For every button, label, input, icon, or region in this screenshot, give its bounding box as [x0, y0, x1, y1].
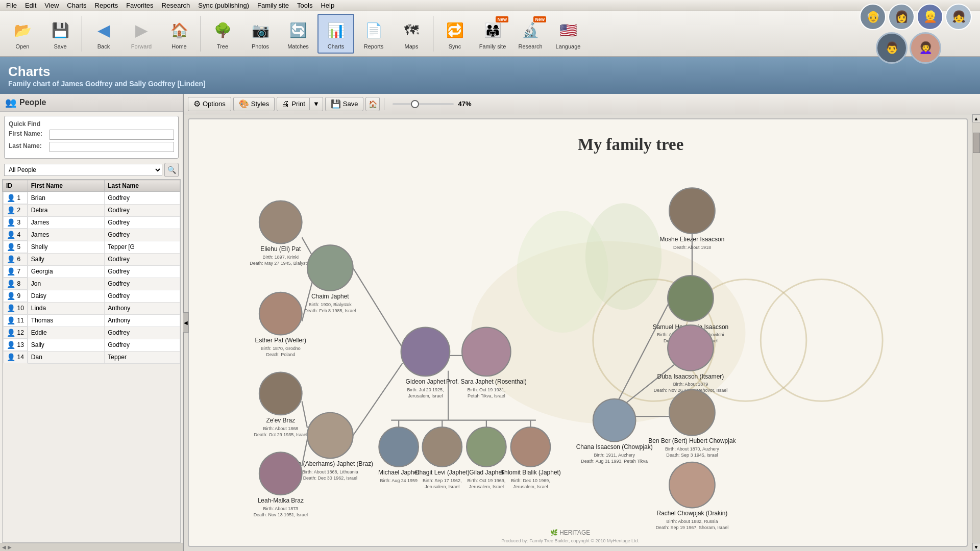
- col-header-id[interactable]: ID: [3, 180, 28, 192]
- cell-firstname: Thomas: [28, 314, 104, 327]
- toolbar-sync-button[interactable]: 🔁 Sync: [436, 14, 473, 54]
- svg-text:Chana Isaacson (Chowpjak): Chana Isaacson (Chowpjak): [576, 443, 653, 450]
- person-row-icon: 👤: [7, 267, 15, 276]
- menu-tools[interactable]: Tools: [293, 1, 316, 10]
- person-michael[interactable]: Michael Japhet Birth: Aug 24 1959: [378, 427, 420, 483]
- toolbar-familysite-button[interactable]: New 👨‍👩‍👧 Family site: [474, 14, 511, 54]
- person-eliehu[interactable]: Eliehu (Eli) Pat Birth: 1897, Krinki Dea…: [250, 201, 312, 266]
- svg-point-45: [467, 427, 506, 467]
- filter-row: All People Living People Deceased People…: [4, 163, 179, 177]
- chart-save-button[interactable]: 💾 Save: [325, 97, 364, 111]
- cell-firstname: Dan: [28, 351, 104, 363]
- cell-id: 👤11: [3, 314, 28, 327]
- cell-firstname: Daisy: [28, 290, 104, 302]
- toolbar-charts-button[interactable]: 📊 Charts: [317, 14, 354, 54]
- toolbar-research-button[interactable]: New 🔬 Research: [512, 14, 549, 54]
- table-row[interactable]: 👤2 Debra Godfrey: [3, 204, 180, 216]
- person-esther[interactable]: Esther Pat (Weller) Birth: 1870, Grodno …: [255, 292, 306, 357]
- table-row[interactable]: 👤6 Sally Godfrey: [3, 253, 180, 265]
- menu-charts[interactable]: Charts: [63, 1, 90, 10]
- person-rachel[interactable]: Rachel Chowpjak (Drakin) Birth: About 18…: [656, 462, 729, 530]
- print-dropdown-button[interactable]: ▼: [310, 98, 323, 109]
- menu-favorites[interactable]: Favorites: [122, 1, 157, 10]
- zoom-thumb[interactable]: [411, 100, 419, 108]
- table-row[interactable]: 👤12 Eddie Godfrey: [3, 327, 180, 339]
- table-row[interactable]: 👤8 Jon Godfrey: [3, 278, 180, 290]
- toolbar-home-button[interactable]: 🏠 Home: [161, 14, 198, 54]
- person-gilad[interactable]: Gilad Japhet Birth: Oct 19 1969, Jerusal…: [467, 427, 506, 489]
- menu-help[interactable]: Help: [316, 1, 338, 10]
- toolbar-open-button[interactable]: 📂 Open: [4, 14, 41, 54]
- person-shlomit[interactable]: Shlomit Bialik (Japhet) Birth: Dec 10 19…: [500, 427, 561, 489]
- avatar-person-1[interactable]: 👴: [860, 4, 886, 30]
- table-row[interactable]: 👤10 Linda Anthony: [3, 302, 180, 314]
- table-row[interactable]: 👤11 Thomas Anthony: [3, 314, 180, 327]
- avatar-person-3[interactable]: 👱: [917, 4, 943, 30]
- person-chaim[interactable]: Chaim Japhet Birth: 1900, Bialystok Deat…: [304, 245, 356, 313]
- people-header-label: People: [19, 98, 46, 107]
- svg-text:Michael Japhet: Michael Japhet: [378, 469, 420, 476]
- people-filter-dropdown[interactable]: All People Living People Deceased People: [4, 164, 162, 176]
- search-button[interactable]: 🔍: [164, 163, 179, 177]
- avatar-person-4[interactable]: 👧: [945, 4, 972, 30]
- svg-text:Birth: Aug 24 1959: Birth: Aug 24 1959: [380, 478, 418, 483]
- table-row[interactable]: 👤3 James Godfrey: [3, 216, 180, 229]
- toolbar-familysite-label: Family site: [479, 43, 506, 49]
- table-row[interactable]: 👤5 Shelly Tepper [G: [3, 241, 180, 253]
- col-header-firstname[interactable]: First Name: [28, 180, 104, 192]
- toolbar-save-button[interactable]: 💾 Save: [42, 14, 79, 54]
- connector-n5-center: [353, 363, 403, 436]
- cell-firstname: Jon: [28, 278, 104, 290]
- toolbar-back-button[interactable]: ◀ Back: [85, 14, 122, 54]
- toolbar-reports-button[interactable]: 📄 Reports: [355, 14, 392, 54]
- scrollbar-up-button[interactable]: ▲: [972, 114, 981, 122]
- toolbar-tree-button[interactable]: 🌳 Tree: [204, 14, 241, 54]
- table-hscroll[interactable]: ◀ ▶: [0, 543, 183, 551]
- people-table[interactable]: ID First Name Last Name 👤1 Brian Godfrey…: [2, 179, 181, 543]
- toolbar-back-label: Back: [97, 43, 110, 49]
- person-moshe[interactable]: Moshe Eliezer Isaacson Death: About 1918: [660, 188, 725, 249]
- person-zeev[interactable]: Ze'ev Braz Birth: About 1868 Death: Oct …: [254, 372, 307, 437]
- toolbar-sync-label: Sync: [449, 43, 461, 49]
- avatar-person-6[interactable]: 👩‍🦱: [910, 32, 941, 64]
- svg-text:Petah Tikva, Israel: Petah Tikva, Israel: [468, 393, 505, 398]
- chart-panel-inner: My family tree: [184, 114, 980, 551]
- table-row[interactable]: 👤13 Sally Godfrey: [3, 339, 180, 351]
- toolbar-photos-button[interactable]: 📷 Photos: [242, 14, 279, 54]
- menu-edit[interactable]: Edit: [21, 1, 40, 10]
- menu-familysite[interactable]: Family site: [253, 1, 293, 10]
- col-header-lastname[interactable]: Last Name: [105, 180, 180, 192]
- avatar-person-5[interactable]: 👨: [876, 32, 908, 64]
- menu-view[interactable]: View: [40, 1, 63, 10]
- menu-bar: File Edit View Charts Reports Favorites …: [0, 0, 980, 11]
- first-name-input[interactable]: [50, 130, 174, 140]
- table-row[interactable]: 👤7 Georgia Godfrey: [3, 265, 180, 278]
- person-chagit[interactable]: Chagit Levi (Japhet) Birth: Sep 17 1962,…: [415, 427, 470, 489]
- person-gideon[interactable]: Gideon Japhet Birth: Jul 20 1925, Jerusa…: [401, 328, 450, 398]
- toolbar-forward-button[interactable]: ▶ Forward: [123, 14, 160, 54]
- table-row[interactable]: 👤14 Dan Tepper: [3, 351, 180, 363]
- collapse-panel-button[interactable]: ◀: [183, 312, 189, 333]
- toolbar-language-button[interactable]: 🇺🇸 Language: [550, 14, 586, 54]
- chart-home-button[interactable]: 🏠: [365, 97, 380, 111]
- styles-button[interactable]: 🎨 Styles: [233, 97, 275, 111]
- menu-sync[interactable]: Sync (publishing): [194, 1, 253, 10]
- menu-reports[interactable]: Reports: [91, 1, 122, 10]
- scrollbar-thumb[interactable]: [973, 133, 980, 153]
- toolbar-matches-button[interactable]: 🔄 Matches: [280, 14, 316, 54]
- table-row[interactable]: 👤4 James Godfrey: [3, 229, 180, 241]
- menu-file[interactable]: File: [2, 1, 21, 10]
- table-row[interactable]: 👤9 Daisy Godfrey: [3, 290, 180, 302]
- avatar-person-2[interactable]: 👩: [888, 4, 915, 30]
- last-name-input[interactable]: [50, 142, 174, 152]
- toolbar-maps-button[interactable]: 🗺 Maps: [393, 14, 430, 54]
- table-row[interactable]: 👤1 Brian Godfrey: [3, 192, 180, 205]
- toolbar-forward-label: Forward: [131, 43, 152, 49]
- scrollbar-down-button[interactable]: ▼: [972, 543, 981, 551]
- menu-research[interactable]: Research: [158, 1, 194, 10]
- print-main-button[interactable]: 🖨 Print: [277, 98, 310, 110]
- zoom-slider[interactable]: [393, 103, 454, 105]
- heritage-copyright: Produced by: Family Tree Builder, copyri…: [501, 538, 639, 543]
- svg-text:Birth: About 1868: Birth: About 1868: [263, 426, 298, 431]
- options-button[interactable]: ⚙ Options: [188, 97, 231, 111]
